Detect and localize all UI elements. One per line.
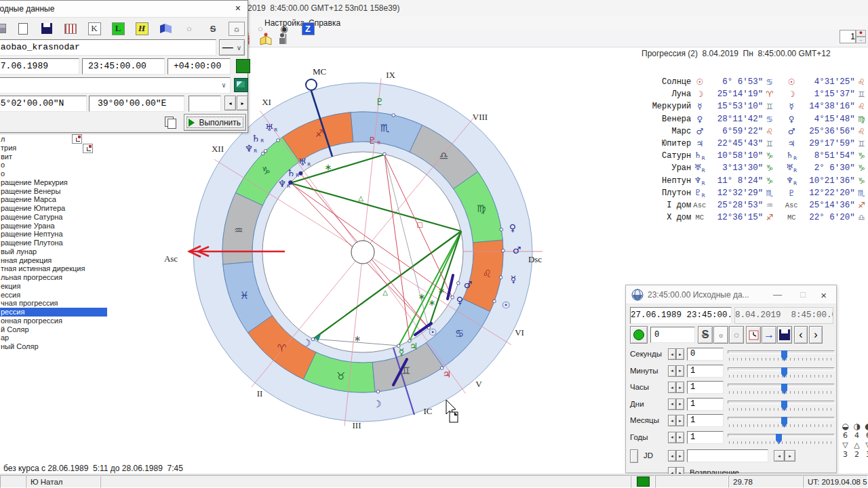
radio-small-button[interactable]: ☼ [713,326,728,344]
slider-track[interactable] [728,401,835,404]
corner-spin-value[interactable]: 1 [840,30,856,43]
save-button[interactable] [777,326,792,344]
sidebar-item[interactable]: ращение Урана [0,222,112,230]
l-letter-icon[interactable]: L [110,22,126,36]
slider-value-field[interactable]: 1 [687,431,724,444]
jd-toggle-button[interactable] [630,449,638,463]
execute-button[interactable]: Выполнить [184,114,246,131]
book-icon[interactable] [157,22,174,36]
circle-icon[interactable]: ○ [252,22,269,36]
sidebar-item[interactable]: вит [0,152,112,161]
next-arrow-button[interactable]: ▸ [237,96,248,110]
spin-button[interactable]: ◂ [668,399,676,410]
extra-input[interactable] [189,96,221,112]
spin-button[interactable]: ▸ [676,382,684,393]
sidebar-item[interactable]: рессия [0,308,107,317]
spin-button[interactable]: ◂ [668,450,676,462]
dialog-titlebar[interactable]: Исходные данные × [0,1,248,18]
jd-value-field[interactable] [687,449,768,462]
prev-arrow-button[interactable]: ◂ [224,96,236,110]
mini-clock-icon[interactable] [72,134,82,144]
slider-value-field[interactable]: 1 [687,365,724,378]
spin-button[interactable]: ▸ [676,399,684,410]
source-datetime-field[interactable]: 27.06.1989 23:45:00.00 +4 [630,307,732,324]
sidebar-item[interactable]: ращение Марса [0,195,112,204]
sidebar-item[interactable]: ный Соляр [0,342,112,351]
sidebar-item[interactable]: ращение Меркурия [0,178,112,187]
time-input[interactable]: 23:45:00.00 [82,58,165,75]
sidebar-item[interactable]: ар [0,333,112,342]
clock-button[interactable] [746,326,761,344]
z-letter-icon[interactable]: Z [300,22,316,36]
spin-button[interactable]: ▸ [676,365,684,377]
longitude-input[interactable]: 39°00'00.00"E [89,96,184,112]
sidebar-item[interactable]: ращение Плутона [0,239,112,247]
slider-value-field[interactable]: 1 [687,398,724,411]
spin-button[interactable]: ◂ [774,450,785,462]
counter-field[interactable]: 0 [650,327,695,343]
sidebar-item[interactable]: нная дирекция [0,256,112,265]
spin-button[interactable]: ◂ [668,382,676,393]
spin-button[interactable]: ▸ [785,450,795,462]
close-icon[interactable]: × [235,3,241,14]
sidebar-item[interactable]: трия [0,144,112,152]
zone-input[interactable]: +04:00:00 [167,58,231,75]
prev-button[interactable]: ‹ [794,326,808,344]
circle-dot-icon[interactable]: ◉ [276,22,292,36]
spin-button[interactable]: ◂ [668,348,676,360]
h-letter-icon[interactable]: H [134,22,150,36]
sidebar-item[interactable]: ращение Юпитера [0,204,112,213]
slider-track[interactable] [728,384,835,387]
sidebar-item[interactable]: чная прогрессия [0,299,112,308]
spin-button[interactable]: ▸ [676,348,684,360]
name-combo[interactable]: — ∨ [219,39,245,56]
sidebar-item[interactable]: ращение Нептуна [0,230,112,239]
sun-icon[interactable]: ☼ [229,22,245,36]
radio-large-button[interactable]: ○ [729,326,744,344]
slider-value-field[interactable]: 1 [687,381,724,394]
spin-button[interactable]: ▸ [676,432,684,443]
s-strike-icon[interactable]: S [205,22,221,36]
slider-value-field[interactable]: 1 [687,414,724,427]
name-input[interactable]: taobao_krasnodar [0,39,216,56]
sidebar-item[interactable]: екция [0,282,112,291]
location-combo[interactable]: Краснодар, Краснодарский край, Россия ∨ [0,77,231,94]
spin-button[interactable]: ◂ [668,415,676,426]
slider-track[interactable] [728,367,835,371]
new-doc-icon[interactable] [15,22,31,36]
time-dialog-titlebar[interactable]: 23:45:00.00 Исходные да... — □ × [626,285,836,304]
printer-icon[interactable] [0,22,7,36]
minimize-icon[interactable]: — [773,289,782,300]
sidebar-item[interactable]: вый лунар [0,247,112,256]
green-circle-button[interactable] [630,326,648,344]
close-icon[interactable]: × [821,289,827,301]
ring-icon[interactable]: ○ [181,22,197,36]
sidebar-item[interactable]: о [0,161,112,169]
sidebar-item[interactable]: й Соляр [0,325,112,334]
spin-button[interactable]: ▸ [676,415,684,426]
sidebar-item[interactable]: о [0,169,112,178]
table-icon[interactable] [62,22,79,36]
spin-button[interactable]: ◂ [668,365,676,377]
next-button[interactable]: › [809,326,823,344]
sidebar-item[interactable]: онная прогрессия [0,317,112,325]
spin-button[interactable]: ▸ [676,450,684,462]
sidebar-item[interactable]: ращение Венеры [0,187,112,196]
corner-spin-down-button[interactable]: ‥ [856,37,866,43]
corner-spin-up-button[interactable]: ● [856,30,866,37]
slider-track[interactable] [728,434,835,437]
slider-track[interactable] [728,350,835,354]
map-button[interactable] [234,78,248,92]
slider-value-field[interactable]: 0 [687,348,724,361]
copy-icon[interactable] [165,117,176,127]
latitude-input[interactable]: 45°02'00.00"N [0,96,87,112]
maximize-icon[interactable]: □ [800,289,806,300]
s-step-button[interactable]: S [698,326,713,344]
date-input[interactable]: 27.06.1989 [0,58,79,75]
sidebar-item[interactable]: ращение Сатурна [0,213,112,222]
export-button[interactable]: → [762,326,776,344]
sidebar-item[interactable]: тная истинная дирекция [0,264,112,273]
green-status-button[interactable] [236,59,250,73]
sidebar-item[interactable]: льная прогрессия [0,273,112,282]
k-letter-icon[interactable]: K [86,22,102,36]
